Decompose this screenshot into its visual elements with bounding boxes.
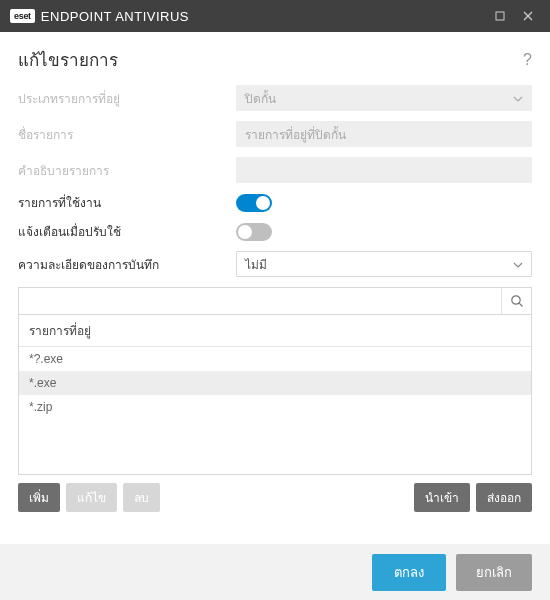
brand-logo: eset: [10, 9, 35, 23]
list-item[interactable]: *?.exe: [19, 347, 531, 371]
form-area: ประเภทรายการที่อยู่ ปิดกั้น ชื่อรายการ ร…: [0, 79, 550, 277]
titlebar: eset ENDPOINT ANTIVIRUS: [0, 0, 550, 32]
minimize-button[interactable]: [486, 2, 514, 30]
log-select[interactable]: ไม่มี: [236, 251, 532, 277]
list-item[interactable]: *.zip: [19, 395, 531, 419]
svg-rect-0: [496, 12, 504, 20]
cancel-button[interactable]: ยกเลิก: [456, 554, 532, 591]
chevron-down-icon: [513, 257, 523, 271]
list-column-header: รายการที่อยู่: [19, 315, 531, 347]
desc-label: คำอธิบายรายการ: [18, 161, 236, 180]
active-label: รายการที่ใช้งาน: [18, 193, 236, 212]
desc-input: [236, 157, 532, 183]
page-header: แก้ไขรายการ ?: [0, 32, 550, 79]
search-input[interactable]: [19, 288, 501, 314]
type-select: ปิดกั้น: [236, 85, 532, 111]
log-label: ความละเอียดของการบันทึก: [18, 255, 236, 274]
window-title: ENDPOINT ANTIVIRUS: [41, 9, 486, 24]
list-item[interactable]: *.exe: [19, 371, 531, 395]
remove-button: ลบ: [123, 483, 160, 512]
address-list: รายการที่อยู่ *?.exe*.exe*.zip: [18, 315, 532, 475]
name-input: รายการที่อยู่ที่ปิดกั้น: [236, 121, 532, 147]
active-toggle[interactable]: [236, 194, 272, 212]
notify-toggle[interactable]: [236, 223, 272, 241]
import-button[interactable]: นำเข้า: [414, 483, 470, 512]
search-bar: [18, 287, 532, 315]
ok-button[interactable]: ตกลง: [372, 554, 446, 591]
add-button[interactable]: เพิ่ม: [18, 483, 60, 512]
edit-button: แก้ไข: [66, 483, 117, 512]
svg-line-4: [519, 303, 522, 306]
notify-label: แจ้งเตือนเมื่อปรับใช้: [18, 222, 236, 241]
type-value: ปิดกั้น: [245, 89, 276, 108]
close-button[interactable]: [514, 2, 542, 30]
log-value: ไม่มี: [245, 255, 267, 274]
name-value: รายการที่อยู่ที่ปิดกั้น: [245, 125, 346, 144]
type-label: ประเภทรายการที่อยู่: [18, 89, 236, 108]
name-label: ชื่อรายการ: [18, 125, 236, 144]
chevron-down-icon: [513, 91, 523, 105]
footer: ตกลง ยกเลิก: [0, 544, 550, 600]
page-title: แก้ไขรายการ: [18, 46, 118, 73]
list-actions: เพิ่ม แก้ไข ลบ นำเข้า ส่งออก: [18, 483, 532, 512]
export-button[interactable]: ส่งออก: [476, 483, 532, 512]
svg-point-3: [511, 296, 519, 304]
help-icon[interactable]: ?: [523, 51, 532, 69]
address-list-section: รายการที่อยู่ *?.exe*.exe*.zip เพิ่ม แก้…: [18, 287, 532, 512]
search-button[interactable]: [501, 288, 531, 314]
